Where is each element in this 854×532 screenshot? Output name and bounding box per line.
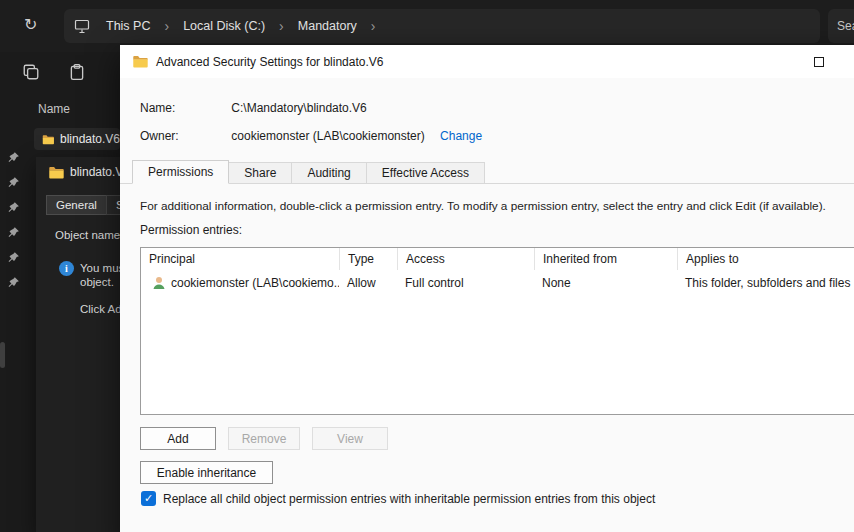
column-header-principal[interactable]: Principal bbox=[141, 248, 339, 270]
name-field-row: Name: C:\Mandatory\blindato.V6 bbox=[140, 101, 367, 115]
pin-icon[interactable] bbox=[7, 175, 21, 189]
file-row-blindato[interactable]: blindato.V6 bbox=[34, 128, 120, 150]
advanced-security-dialog: Advanced Security Settings for blindato.… bbox=[120, 45, 854, 532]
replace-permissions-checkbox[interactable]: ✓ bbox=[141, 491, 156, 506]
folder-icon bbox=[42, 133, 54, 146]
chevron-right-icon: › bbox=[277, 18, 286, 34]
replace-permissions-label: Replace all child object permission entr… bbox=[163, 492, 655, 506]
name-label: Name: bbox=[140, 101, 228, 115]
cell-principal: cookiemonster (LAB\cookiemo... bbox=[141, 272, 339, 294]
permission-entries-label: Permission entries: bbox=[140, 223, 242, 237]
pin-icon[interactable] bbox=[7, 150, 21, 164]
tab-effective-access[interactable]: Effective Access bbox=[366, 162, 485, 183]
column-header-type[interactable]: Type bbox=[339, 248, 397, 270]
column-header-access[interactable]: Access bbox=[397, 248, 534, 270]
chevron-right-icon: › bbox=[162, 18, 171, 34]
owner-field-row: Owner: cookiemonster (LAB\cookiemonster)… bbox=[140, 129, 482, 143]
add-button[interactable]: Add bbox=[140, 427, 216, 450]
refresh-icon[interactable]: ↻ bbox=[24, 15, 37, 34]
cell-inherited-from: None bbox=[534, 272, 677, 294]
properties-info-text: You mus bbox=[80, 262, 120, 274]
paste-icon[interactable] bbox=[68, 63, 86, 85]
tab-permissions[interactable]: Permissions bbox=[132, 160, 229, 184]
properties-info-text: object. bbox=[80, 276, 114, 288]
tab-share[interactable]: Share bbox=[228, 162, 292, 183]
tab-general[interactable]: General bbox=[46, 195, 107, 215]
tab-sharing[interactable]: Sha bbox=[106, 195, 120, 215]
properties-dialog: blindato.V General Sha Object name: i Yo… bbox=[36, 157, 120, 532]
file-name: blindato.V6 bbox=[60, 132, 120, 146]
cell-applies-to: This folder, subfolders and files bbox=[677, 272, 854, 294]
permissions-info-text: For additional information, double-click… bbox=[140, 199, 826, 213]
column-header-name[interactable]: Name bbox=[38, 102, 70, 116]
column-header-applies-to[interactable]: Applies to bbox=[677, 248, 854, 270]
table-row[interactable]: cookiemonster (LAB\cookiemo... Allow Ful… bbox=[141, 272, 854, 294]
properties-tabstrip: General Sha bbox=[46, 195, 120, 215]
desktop: ↻ This PC › Local Disk (C:) › Mandatory … bbox=[0, 0, 854, 532]
dialog-titlebar: Advanced Security Settings for blindato.… bbox=[120, 45, 854, 78]
this-pc-icon bbox=[74, 19, 90, 34]
breadcrumb-local-disk[interactable]: Local Disk (C:) bbox=[175, 16, 273, 36]
properties-dialog-title: blindato.V bbox=[70, 165, 120, 179]
dialog-tabstrip: Permissions Share Auditing Effective Acc… bbox=[120, 162, 854, 184]
pin-icon[interactable] bbox=[7, 225, 21, 239]
maximize-icon bbox=[814, 57, 824, 67]
folder-icon bbox=[132, 55, 148, 68]
remove-button[interactable]: Remove bbox=[228, 427, 300, 450]
breadcrumb-mandatory[interactable]: Mandatory bbox=[290, 16, 365, 36]
column-header-inherited-from[interactable]: Inherited from bbox=[534, 248, 677, 270]
change-owner-link[interactable]: Change bbox=[440, 129, 482, 143]
pin-icon[interactable] bbox=[7, 250, 21, 264]
pin-icon[interactable] bbox=[7, 200, 21, 214]
cell-access: Full control bbox=[397, 272, 534, 294]
owner-label: Owner: bbox=[140, 129, 228, 143]
object-name-label: Object name: bbox=[55, 229, 120, 241]
maximize-button[interactable] bbox=[796, 45, 842, 78]
search-input[interactable]: Sea bbox=[828, 9, 854, 43]
name-value: C:\Mandatory\blindato.V6 bbox=[231, 101, 366, 115]
breadcrumb-this-pc[interactable]: This PC bbox=[98, 16, 158, 36]
cell-type: Allow bbox=[339, 272, 397, 294]
scrollbar-thumb[interactable] bbox=[0, 342, 5, 368]
copy-icon[interactable] bbox=[22, 63, 40, 85]
tab-auditing[interactable]: Auditing bbox=[291, 162, 366, 183]
address-bar[interactable]: This PC › Local Disk (C:) › Mandatory › bbox=[64, 9, 820, 43]
chevron-right-icon: › bbox=[369, 18, 378, 34]
search-text: Sea bbox=[837, 19, 854, 33]
pin-icon[interactable] bbox=[7, 275, 21, 289]
properties-dialog-titlebar: blindato.V bbox=[48, 165, 120, 179]
info-icon: i bbox=[59, 261, 74, 276]
folder-icon bbox=[48, 166, 64, 179]
owner-value: cookiemonster (LAB\cookiemonster) bbox=[231, 129, 424, 143]
dialog-title: Advanced Security Settings for blindato.… bbox=[156, 55, 383, 69]
enable-inheritance-button[interactable]: Enable inheritance bbox=[140, 461, 273, 484]
view-button[interactable]: View bbox=[312, 427, 388, 450]
properties-hint-text: Click Ad bbox=[80, 303, 120, 315]
permission-entries-table[interactable]: Principal Type Access Inherited from App… bbox=[140, 247, 854, 415]
